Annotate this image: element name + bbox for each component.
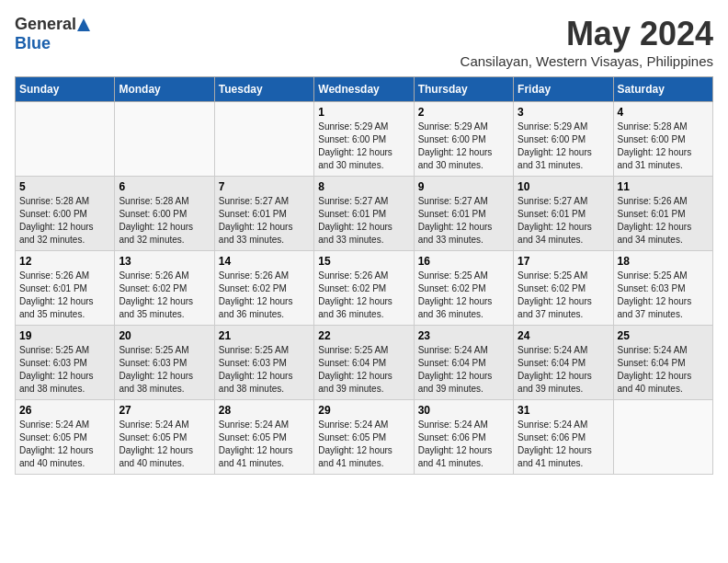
calendar-cell: 7Sunrise: 5:27 AM Sunset: 6:01 PM Daylig… xyxy=(214,177,313,251)
calendar-cell: 26Sunrise: 5:24 AM Sunset: 6:05 PM Dayli… xyxy=(16,400,115,475)
day-info: Sunrise: 5:26 AM Sunset: 6:01 PM Dayligh… xyxy=(19,270,110,321)
day-number: 23 xyxy=(418,329,509,342)
day-info: Sunrise: 5:25 AM Sunset: 6:03 PM Dayligh… xyxy=(119,344,210,396)
day-number: 22 xyxy=(318,329,409,342)
calendar-table: SundayMondayTuesdayWednesdayThursdayFrid… xyxy=(15,76,713,475)
calendar-cell: 8Sunrise: 5:27 AM Sunset: 6:01 PM Daylig… xyxy=(314,177,414,251)
day-info: Sunrise: 5:24 AM Sunset: 6:05 PM Dayligh… xyxy=(119,419,210,470)
day-info: Sunrise: 5:24 AM Sunset: 6:05 PM Dayligh… xyxy=(318,419,409,470)
calendar-cell: 21Sunrise: 5:25 AM Sunset: 6:03 PM Dayli… xyxy=(214,326,313,400)
calendar-cell: 12Sunrise: 5:26 AM Sunset: 6:01 PM Dayli… xyxy=(16,251,115,326)
header-cell-friday: Friday xyxy=(514,77,613,102)
day-number: 31 xyxy=(518,404,609,417)
day-info: Sunrise: 5:26 AM Sunset: 6:02 PM Dayligh… xyxy=(119,270,210,321)
calendar-cell: 16Sunrise: 5:25 AM Sunset: 6:02 PM Dayli… xyxy=(414,251,513,326)
day-info: Sunrise: 5:25 AM Sunset: 6:02 PM Dayligh… xyxy=(518,270,609,321)
calendar-cell: 22Sunrise: 5:25 AM Sunset: 6:04 PM Dayli… xyxy=(314,326,414,400)
calendar-cell: 3Sunrise: 5:29 AM Sunset: 6:00 PM Daylig… xyxy=(514,102,613,177)
day-info: Sunrise: 5:27 AM Sunset: 6:01 PM Dayligh… xyxy=(418,195,509,247)
day-info: Sunrise: 5:29 AM Sunset: 6:00 PM Dayligh… xyxy=(518,121,609,172)
day-info: Sunrise: 5:25 AM Sunset: 6:02 PM Dayligh… xyxy=(418,270,509,321)
calendar-cell: 4Sunrise: 5:28 AM Sunset: 6:00 PM Daylig… xyxy=(613,102,712,177)
day-number: 30 xyxy=(418,404,509,417)
calendar-cell: 18Sunrise: 5:25 AM Sunset: 6:03 PM Dayli… xyxy=(613,251,712,326)
logo-blue-text: Blue xyxy=(15,34,51,53)
calendar-cell: 24Sunrise: 5:24 AM Sunset: 6:04 PM Dayli… xyxy=(514,326,613,400)
day-info: Sunrise: 5:25 AM Sunset: 6:03 PM Dayligh… xyxy=(19,344,110,396)
day-number: 26 xyxy=(19,404,110,417)
calendar-cell: 15Sunrise: 5:26 AM Sunset: 6:02 PM Dayli… xyxy=(314,251,414,326)
calendar-cell: 1Sunrise: 5:29 AM Sunset: 6:00 PM Daylig… xyxy=(314,102,414,177)
header-cell-monday: Monday xyxy=(115,77,214,102)
day-info: Sunrise: 5:26 AM Sunset: 6:02 PM Dayligh… xyxy=(219,270,310,321)
title-area: May 2024 Cansilayan, Western Visayas, Ph… xyxy=(461,15,713,69)
calendar-cell: 13Sunrise: 5:26 AM Sunset: 6:02 PM Dayli… xyxy=(115,251,214,326)
day-info: Sunrise: 5:28 AM Sunset: 6:00 PM Dayligh… xyxy=(618,121,709,172)
calendar-cell xyxy=(115,102,214,177)
day-number: 17 xyxy=(518,255,609,268)
calendar-header: SundayMondayTuesdayWednesdayThursdayFrid… xyxy=(16,77,713,102)
logo-triangle-icon xyxy=(77,18,90,31)
day-info: Sunrise: 5:25 AM Sunset: 6:04 PM Dayligh… xyxy=(318,344,409,396)
svg-marker-0 xyxy=(77,18,90,31)
day-number: 4 xyxy=(618,106,709,119)
calendar-cell: 20Sunrise: 5:25 AM Sunset: 6:03 PM Dayli… xyxy=(115,326,214,400)
day-number: 27 xyxy=(119,404,210,417)
day-info: Sunrise: 5:24 AM Sunset: 6:05 PM Dayligh… xyxy=(19,419,110,470)
day-number: 3 xyxy=(518,106,609,119)
calendar-cell: 30Sunrise: 5:24 AM Sunset: 6:06 PM Dayli… xyxy=(414,400,513,475)
calendar-cell: 19Sunrise: 5:25 AM Sunset: 6:03 PM Dayli… xyxy=(16,326,115,400)
week-row-1: 1Sunrise: 5:29 AM Sunset: 6:00 PM Daylig… xyxy=(16,102,713,177)
calendar-cell: 14Sunrise: 5:26 AM Sunset: 6:02 PM Dayli… xyxy=(214,251,313,326)
day-number: 29 xyxy=(318,404,409,417)
day-number: 8 xyxy=(318,180,409,193)
day-info: Sunrise: 5:24 AM Sunset: 6:05 PM Dayligh… xyxy=(219,419,310,470)
calendar-cell xyxy=(613,400,712,475)
day-number: 19 xyxy=(19,329,110,342)
day-number: 10 xyxy=(518,180,609,193)
calendar-cell: 2Sunrise: 5:29 AM Sunset: 6:00 PM Daylig… xyxy=(414,102,513,177)
day-number: 14 xyxy=(219,255,310,268)
day-info: Sunrise: 5:25 AM Sunset: 6:03 PM Dayligh… xyxy=(618,270,709,321)
header: General Blue May 2024 Cansilayan, Wester… xyxy=(15,15,713,69)
day-number: 28 xyxy=(219,404,310,417)
header-row: SundayMondayTuesdayWednesdayThursdayFrid… xyxy=(16,77,713,102)
header-cell-wednesday: Wednesday xyxy=(314,77,414,102)
day-info: Sunrise: 5:28 AM Sunset: 6:00 PM Dayligh… xyxy=(19,195,110,247)
day-info: Sunrise: 5:26 AM Sunset: 6:02 PM Dayligh… xyxy=(318,270,409,321)
calendar-cell: 5Sunrise: 5:28 AM Sunset: 6:00 PM Daylig… xyxy=(16,177,115,251)
calendar-cell: 28Sunrise: 5:24 AM Sunset: 6:05 PM Dayli… xyxy=(214,400,313,475)
calendar-cell: 23Sunrise: 5:24 AM Sunset: 6:04 PM Dayli… xyxy=(414,326,513,400)
calendar-cell: 10Sunrise: 5:27 AM Sunset: 6:01 PM Dayli… xyxy=(514,177,613,251)
week-row-2: 5Sunrise: 5:28 AM Sunset: 6:00 PM Daylig… xyxy=(16,177,713,251)
day-info: Sunrise: 5:28 AM Sunset: 6:00 PM Dayligh… xyxy=(119,195,210,247)
calendar-cell: 31Sunrise: 5:24 AM Sunset: 6:06 PM Dayli… xyxy=(514,400,613,475)
day-number: 13 xyxy=(119,255,210,268)
calendar-body: 1Sunrise: 5:29 AM Sunset: 6:00 PM Daylig… xyxy=(16,102,713,475)
calendar-cell: 25Sunrise: 5:24 AM Sunset: 6:04 PM Dayli… xyxy=(613,326,712,400)
day-info: Sunrise: 5:24 AM Sunset: 6:04 PM Dayligh… xyxy=(518,344,609,396)
day-info: Sunrise: 5:27 AM Sunset: 6:01 PM Dayligh… xyxy=(219,195,310,247)
location-title: Cansilayan, Western Visayas, Philippines xyxy=(461,53,713,69)
logo-general-text: General xyxy=(15,15,76,34)
week-row-5: 26Sunrise: 5:24 AM Sunset: 6:05 PM Dayli… xyxy=(16,400,713,475)
day-number: 24 xyxy=(518,329,609,342)
day-info: Sunrise: 5:27 AM Sunset: 6:01 PM Dayligh… xyxy=(518,195,609,247)
calendar-cell: 6Sunrise: 5:28 AM Sunset: 6:00 PM Daylig… xyxy=(115,177,214,251)
day-number: 11 xyxy=(618,180,709,193)
day-number: 16 xyxy=(418,255,509,268)
calendar-cell: 17Sunrise: 5:25 AM Sunset: 6:02 PM Dayli… xyxy=(514,251,613,326)
day-number: 15 xyxy=(318,255,409,268)
day-info: Sunrise: 5:27 AM Sunset: 6:01 PM Dayligh… xyxy=(318,195,409,247)
day-number: 25 xyxy=(618,329,709,342)
calendar-cell: 29Sunrise: 5:24 AM Sunset: 6:05 PM Dayli… xyxy=(314,400,414,475)
day-info: Sunrise: 5:29 AM Sunset: 6:00 PM Dayligh… xyxy=(318,121,409,172)
header-cell-sunday: Sunday xyxy=(16,77,115,102)
week-row-4: 19Sunrise: 5:25 AM Sunset: 6:03 PM Dayli… xyxy=(16,326,713,400)
day-number: 21 xyxy=(219,329,310,342)
calendar-cell: 9Sunrise: 5:27 AM Sunset: 6:01 PM Daylig… xyxy=(414,177,513,251)
week-row-3: 12Sunrise: 5:26 AM Sunset: 6:01 PM Dayli… xyxy=(16,251,713,326)
day-number: 5 xyxy=(19,180,110,193)
calendar-cell: 27Sunrise: 5:24 AM Sunset: 6:05 PM Dayli… xyxy=(115,400,214,475)
day-number: 2 xyxy=(418,106,509,119)
